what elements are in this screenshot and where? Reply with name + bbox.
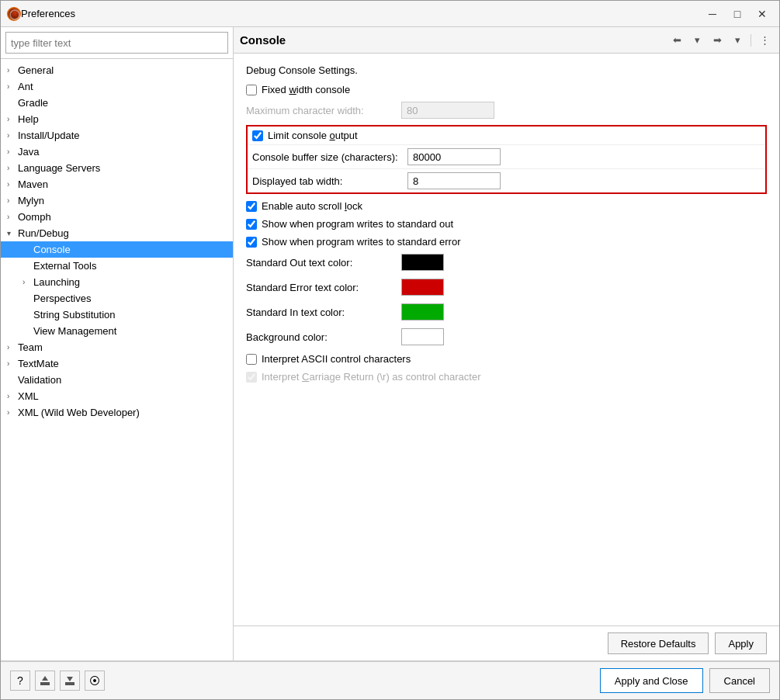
auto-scroll-checkbox[interactable] [246, 201, 257, 212]
sidebar-item-java[interactable]: › Java [1, 144, 233, 160]
show-std-err-checkbox[interactable] [246, 237, 257, 248]
limit-console-checkbox[interactable] [252, 130, 263, 141]
arrow-icon: › [7, 82, 18, 91]
back-button[interactable]: ⬅ [668, 32, 685, 49]
fixed-width-console-label[interactable]: Fixed width console [262, 84, 350, 95]
std-in-color-swatch[interactable] [401, 303, 444, 321]
sidebar-item-validation[interactable]: Validation [1, 372, 233, 388]
sidebar-item-general[interactable]: › General [1, 62, 233, 78]
std-out-color-row: Standard Out text color: [246, 254, 767, 271]
std-err-color-swatch[interactable] [401, 279, 444, 296]
panel-content: Debug Console Settings. Fixed width cons… [234, 54, 779, 625]
auto-scroll-label[interactable]: Enable auto scroll lock [262, 200, 362, 212]
panel-toolbar: Console ⬅ ▾ ➡ ▾ ⋮ [234, 27, 779, 54]
forward-button[interactable]: ➡ [709, 32, 726, 49]
sidebar-item-label: XML [18, 390, 227, 402]
sidebar-item-perspectives[interactable]: Perspectives [1, 290, 233, 307]
interpret-ascii-label[interactable]: Interpret ASCII control characters [262, 353, 411, 365]
arrow-icon: › [7, 115, 18, 123]
fixed-width-console-checkbox[interactable] [246, 85, 257, 95]
max-char-width-input [401, 102, 494, 119]
sidebar-item-view-management[interactable]: View Management [1, 323, 233, 339]
sidebar-item-label: Launching [33, 276, 227, 288]
preferences-menu-button[interactable]: ⦿ [85, 671, 105, 691]
std-out-color-swatch[interactable] [401, 254, 444, 271]
sidebar-item-language-servers[interactable]: › Language Servers [1, 160, 233, 176]
apply-button[interactable]: Apply [715, 632, 767, 654]
arrow-icon: › [7, 147, 18, 156]
sidebar-item-launching[interactable]: › Launching [1, 274, 233, 290]
svg-marker-5 [67, 677, 73, 681]
interpret-cr-label: Interpret Carriage Return (\r) as contro… [262, 371, 481, 383]
sidebar-item-maven[interactable]: › Maven [1, 176, 233, 192]
arrow-icon: › [7, 180, 18, 189]
arrow-icon: › [7, 131, 18, 140]
close-button[interactable]: ✕ [751, 5, 773, 23]
bg-color-label: Background color: [246, 331, 401, 343]
sidebar-item-team[interactable]: › Team [1, 339, 233, 355]
sidebar-item-console[interactable]: Console [1, 241, 233, 258]
sidebar-item-run-debug[interactable]: ▾ Run/Debug [1, 225, 233, 241]
sidebar-item-label: Team [18, 341, 227, 353]
limit-console-label[interactable]: Limit console output [268, 130, 358, 141]
sidebar-item-label: TextMate [18, 358, 227, 369]
export-preferences-button[interactable] [35, 671, 55, 691]
sidebar-item-string-substitution[interactable]: String Substitution [1, 307, 233, 323]
show-std-err-label[interactable]: Show when program writes to standard err… [262, 236, 461, 248]
bottom-left-icons: ? ⦿ [10, 671, 600, 691]
bg-color-swatch[interactable] [401, 328, 444, 345]
sidebar-item-mylyn[interactable]: › Mylyn [1, 192, 233, 209]
svg-marker-2 [42, 676, 48, 681]
sidebar: › General › Ant Gradle › Help [1, 27, 234, 660]
app-icon [7, 7, 21, 21]
import-preferences-button[interactable] [60, 671, 80, 691]
tab-width-input[interactable] [407, 172, 501, 189]
show-std-out-checkbox[interactable] [246, 219, 257, 230]
svg-rect-4 [65, 684, 75, 685]
sidebar-item-xml[interactable]: › XML [1, 388, 233, 404]
cancel-button[interactable]: Cancel [709, 668, 770, 693]
sidebar-item-help[interactable]: › Help [1, 111, 233, 127]
underline-w: w [289, 84, 296, 95]
console-buffer-row: Console buffer size (characters): [248, 144, 765, 168]
sidebar-item-external-tools[interactable]: External Tools [1, 258, 233, 274]
maximize-button[interactable]: □ [726, 5, 748, 23]
sidebar-item-label: Gradle [18, 97, 227, 109]
menu-button[interactable]: ⋮ [756, 32, 773, 49]
sidebar-item-label: String Substitution [33, 309, 227, 321]
limit-console-row: Limit console output [248, 126, 765, 144]
panel-buttons: Restore Defaults Apply [234, 625, 779, 660]
interpret-ascii-checkbox[interactable] [246, 354, 257, 365]
apply-and-close-button[interactable]: Apply and Close [600, 668, 703, 693]
sidebar-item-ant[interactable]: › Ant [1, 78, 233, 95]
sidebar-item-textmate[interactable]: › TextMate [1, 355, 233, 372]
preferences-window: Preferences ─ □ ✕ › General › Ant [0, 0, 780, 700]
sidebar-item-gradle[interactable]: Gradle [1, 95, 233, 111]
interpret-cr-checkbox [246, 372, 257, 383]
sidebar-item-label: Maven [18, 178, 227, 190]
arrow-icon: › [7, 359, 18, 368]
arrow-icon: › [7, 408, 18, 417]
fixed-width-text: Fixed [262, 84, 289, 95]
tree: › General › Ant Gradle › Help [1, 59, 233, 660]
back-dropdown-button[interactable]: ▾ [688, 32, 705, 49]
import-icon [64, 675, 75, 686]
std-in-color-row: Standard In text color: [246, 303, 767, 321]
show-std-out-label[interactable]: Show when program writes to standard out [262, 218, 453, 230]
sidebar-item-oomph[interactable]: › Oomph [1, 209, 233, 225]
sidebar-item-xml-wild[interactable]: › XML (Wild Web Developer) [1, 404, 233, 421]
filter-input[interactable] [5, 32, 228, 54]
export-icon [40, 675, 50, 686]
sidebar-item-label: View Management [33, 325, 227, 337]
restore-defaults-button[interactable]: Restore Defaults [608, 632, 709, 654]
console-buffer-input[interactable] [407, 148, 501, 165]
arrow-icon: › [7, 213, 18, 221]
forward-dropdown-button[interactable]: ▾ [729, 32, 746, 49]
window-title: Preferences [21, 8, 702, 19]
minimize-button[interactable]: ─ [702, 5, 723, 23]
arrow-icon: › [7, 392, 18, 400]
help-icon-button[interactable]: ? [10, 671, 30, 691]
sidebar-item-install-update[interactable]: › Install/Update [1, 127, 233, 144]
sidebar-item-label: XML (Wild Web Developer) [18, 407, 227, 418]
bottom-right-buttons: Apply and Close Cancel [600, 668, 770, 693]
